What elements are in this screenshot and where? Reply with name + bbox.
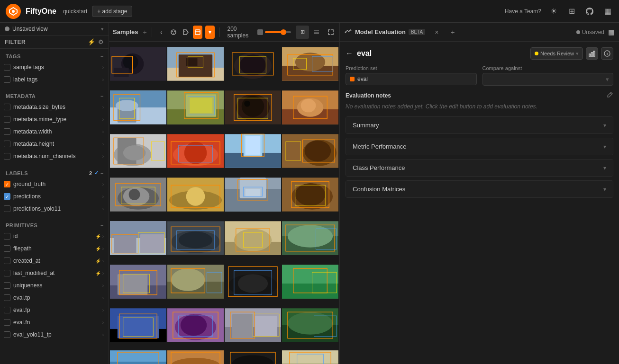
tags-collapse-icon[interactable]: − — [100, 53, 104, 59]
close-eval-panel-button[interactable]: × — [430, 26, 443, 39]
grid-cell-5-3[interactable] — [225, 217, 281, 259]
grid-cell-2-2[interactable] — [167, 86, 224, 129]
github-icon[interactable] — [584, 6, 595, 17]
view-selector[interactable]: Unsaved view ▾ — [0, 23, 109, 36]
grid-cell-6-1[interactable] — [110, 260, 166, 303]
slider-handle[interactable] — [281, 29, 286, 35]
add-eval-panel-button[interactable]: + — [446, 26, 459, 39]
grid-cell-3-1[interactable] — [110, 130, 166, 172]
checkbox-width[interactable] — [4, 128, 10, 135]
checkbox-mime-type[interactable] — [4, 116, 10, 123]
checkbox-sample-tags[interactable] — [4, 64, 10, 71]
compare-against-select[interactable]: ▾ — [482, 73, 614, 86]
checkbox-size-bytes[interactable] — [4, 104, 10, 110]
info-button[interactable] — [601, 47, 613, 60]
checkbox-height[interactable] — [4, 141, 10, 147]
add-stage-button[interactable]: + add stage — [92, 6, 132, 17]
sidebar-item-label-tags[interactable]: label tags › — [0, 73, 109, 86]
checkbox-predictions[interactable]: ✓ — [4, 193, 10, 200]
summary-header[interactable]: Summary ▾ — [346, 117, 613, 133]
back-button[interactable]: ← — [346, 49, 353, 58]
grid-cell-1-2[interactable] — [167, 43, 224, 85]
sidebar-item-eval-yolo11-tp[interactable]: eval_yolo11_tp › — [0, 328, 109, 341]
bounding-box-button[interactable] — [193, 26, 202, 39]
sidebar-item-filepath[interactable]: filepath ⚡ › — [0, 242, 109, 255]
checkbox-eval-yolo11-tp[interactable] — [4, 331, 10, 338]
sidebar-item-sample-tags[interactable]: sample tags › — [0, 61, 109, 73]
confusion-matrices-header[interactable]: Confusion Matrices ▾ — [346, 181, 613, 197]
metric-performance-header[interactable]: Metric Performance ▾ — [346, 138, 613, 155]
tag-button[interactable] — [181, 26, 191, 39]
sidebar-item-predictions[interactable]: ✓ predictions › — [0, 190, 109, 203]
slider-track[interactable] — [265, 31, 291, 33]
grid-cell-4-1[interactable] — [110, 173, 166, 216]
sidebar-item-eval-fn[interactable]: eval.fn › — [0, 316, 109, 328]
checkbox-last-modified-at[interactable] — [4, 270, 10, 276]
grid-cell-4-3[interactable] — [225, 173, 281, 216]
edit-notes-button[interactable] — [607, 91, 613, 99]
sidebar-item-num-channels[interactable]: metadata.num_channels › — [0, 150, 109, 162]
settings-filter-icon[interactable]: ⚙ — [98, 38, 104, 45]
grid-cell-3-3[interactable] — [225, 130, 281, 172]
prev-button[interactable]: ‹ — [156, 26, 166, 39]
grid-cell-6-4[interactable] — [282, 260, 338, 303]
needs-review-button[interactable]: Needs Review ▾ — [530, 47, 583, 60]
checkbox-filepath[interactable] — [4, 245, 10, 252]
grid-cell-5-2[interactable] — [167, 217, 224, 259]
grid-cell-2-3[interactable] — [225, 86, 281, 129]
grid-cell-1-4[interactable] — [282, 43, 338, 85]
add-tab-button[interactable]: + — [143, 28, 146, 36]
checkbox-uniqueness[interactable] — [4, 282, 10, 289]
labels-collapse-icon[interactable]: − — [100, 170, 104, 176]
grid-cell-2-1[interactable] — [110, 86, 166, 129]
grid-cell-8-3[interactable] — [225, 347, 281, 364]
grid-cell-6-3[interactable] — [225, 260, 281, 303]
grid-cell-8-4[interactable] — [282, 347, 338, 364]
sidebar-item-width[interactable]: metadata.width › — [0, 125, 109, 138]
checkbox-ground-truth[interactable]: ✓ — [4, 181, 10, 187]
grid-layout-icon[interactable]: ▦ — [608, 28, 614, 36]
grid-cell-7-3[interactable] — [225, 304, 281, 346]
checkbox-eval-fp[interactable] — [4, 307, 10, 313]
grid-cell-1-3[interactable] — [225, 43, 281, 85]
grid-cell-3-4[interactable] — [282, 130, 338, 172]
grid-cell-5-1[interactable] — [110, 217, 166, 259]
sidebar-item-predictions-yolo11[interactable]: predictions_yolo11 › — [0, 203, 109, 215]
grid-icon[interactable]: ⊞ — [566, 6, 577, 17]
sidebar-item-eval-tp[interactable]: eval.tp › — [0, 292, 109, 304]
list-view-button[interactable] — [310, 26, 323, 39]
sidebar-item-last-modified-at[interactable]: last_modified_at ⚡ › — [0, 267, 109, 279]
grid-cell-4-4[interactable] — [282, 173, 338, 216]
checkbox-eval-tp[interactable] — [4, 294, 10, 301]
sidebar-item-id[interactable]: id ⚡ › — [0, 230, 109, 242]
primitives-collapse-icon[interactable]: − — [100, 222, 104, 228]
grid-cell-1-1[interactable] — [110, 43, 166, 85]
grid-cell-7-4[interactable] — [282, 304, 338, 346]
checkbox-created-at[interactable] — [4, 257, 10, 264]
samples-tab-label[interactable]: Samples — [113, 28, 138, 36]
checkbox-label-tags[interactable] — [4, 76, 10, 83]
grid-cell-5-4[interactable] — [282, 217, 338, 259]
settings-icon[interactable]: ▦ — [602, 6, 613, 17]
grid-cell-8-1[interactable] — [110, 347, 166, 364]
grid-cell-7-2[interactable] — [167, 304, 224, 346]
grid-cell-6-2[interactable] — [167, 260, 224, 303]
grid-cell-7-1[interactable] — [110, 304, 166, 346]
sidebar-item-mime-type[interactable]: metadata.mime_type › — [0, 113, 109, 125]
grid-cell-3-2[interactable] — [167, 130, 224, 172]
sun-icon[interactable]: ☀ — [548, 6, 559, 17]
sort-button[interactable]: ▾ — [205, 26, 215, 39]
sidebar-item-uniqueness[interactable]: uniqueness › — [0, 279, 109, 292]
class-performance-header[interactable]: Class Performance ▾ — [346, 160, 613, 176]
grid-view-button[interactable]: ⊞ — [296, 26, 309, 39]
chart-view-button[interactable] — [586, 47, 598, 60]
expand-button[interactable] — [326, 26, 336, 39]
grid-cell-4-2[interactable] — [167, 173, 224, 216]
lightning-icon[interactable]: ⚡ — [88, 38, 95, 45]
sidebar-item-ground-truth[interactable]: ✓ ground_truth › — [0, 178, 109, 190]
sidebar-item-eval-fp[interactable]: eval.fp › — [0, 304, 109, 316]
sidebar-item-height[interactable]: metadata.height › — [0, 138, 109, 150]
checkbox-id[interactable] — [4, 233, 10, 240]
checkbox-predictions-yolo11[interactable] — [4, 205, 10, 212]
grid-cell-8-2[interactable] — [167, 347, 224, 364]
